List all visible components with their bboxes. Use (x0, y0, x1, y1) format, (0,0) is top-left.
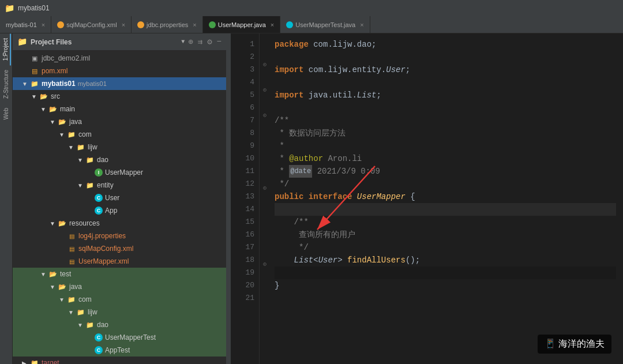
main-area: 1:Project Z-Structure Web 📁 Project File… (0, 33, 623, 364)
folder-name: com (78, 295, 92, 303)
list-item[interactable]: ▼ 📂 main (13, 103, 226, 115)
file-tree-panel: 📁 Project Files ▼ ⊕ ⇉ ⚙ − ▣ jdbc_demo2.i… (13, 33, 226, 364)
code-line: * @author Aron.li (275, 152, 616, 165)
folder-icon: 📂 (39, 92, 48, 101)
file-tree: ▣ jdbc_demo2.iml ▤ pom.xml ▼ 📁 mybatis01… (13, 51, 226, 364)
code-line: * 数据访问层方法 (275, 127, 616, 140)
file-name: AppTest (105, 346, 130, 354)
folder-name: test (60, 270, 71, 278)
list-item[interactable]: ▼ 📁 entity (13, 179, 226, 192)
title-bar: 📁 mybatis01 (0, 0, 623, 16)
list-item[interactable]: ▤ log4j.properties (13, 230, 226, 242)
code-line: package com.lijw.dao; (275, 38, 616, 51)
list-item[interactable]: ▤ pom.xml (13, 65, 226, 77)
settings-icon[interactable]: ⚙ (207, 37, 212, 47)
sidebar-tab-web[interactable]: Web (2, 103, 10, 124)
code-editor: 1 2 3 4 5 6 7 8 9 10 11 12 13 14 15 16 1… (231, 33, 623, 364)
code-line: } (275, 279, 616, 292)
list-item[interactable]: ▼ 📁 lijw (13, 306, 226, 318)
list-item[interactable]: ▼ 📁 com (13, 128, 226, 141)
list-item[interactable]: ▼ 📁 dao (13, 318, 226, 331)
panel-header: 📁 Project Files ▼ ⊕ ⇉ ⚙ − (13, 33, 226, 51)
tab-sqlmapconfig[interactable]: sqlMapConfig.xml × (51, 16, 132, 33)
folder-icon: 📂 (58, 282, 67, 291)
watermark-icon: 📱 (545, 339, 556, 348)
tab-close-icon[interactable]: × (42, 21, 45, 28)
list-item[interactable]: C App (13, 204, 226, 217)
folder-name: target (42, 359, 59, 364)
list-item[interactable]: C User (13, 192, 226, 204)
code-line (275, 267, 616, 279)
folder-icon: 📁 (76, 307, 85, 317)
code-line (275, 76, 616, 89)
folder-icon: 📂 (48, 104, 58, 114)
list-item[interactable]: ▤ UserMapper.xml (13, 255, 226, 268)
list-item[interactable]: ▼ 📂 test (13, 268, 226, 280)
list-item[interactable]: ▼ 📂 java (13, 280, 226, 293)
locate-icon[interactable]: ⊕ (188, 37, 193, 47)
xml-icon: ▤ (30, 66, 39, 76)
code-line: */ (275, 241, 616, 254)
minimize-icon[interactable]: − (217, 37, 222, 47)
list-item[interactable]: ▼ 📁 dao (13, 153, 226, 166)
file-name: sqlMapConfig.xml (78, 245, 133, 253)
code-content[interactable]: package com.lijw.dao; import com.lijw.en… (268, 33, 623, 364)
editor-wrapper: 1 2 3 4 5 6 7 8 9 10 11 12 13 14 15 16 1… (231, 33, 623, 364)
folder-icon: 📁 (30, 79, 39, 88)
folder-icon: 📁 (30, 358, 39, 364)
folder-icon: 📁 (85, 181, 95, 190)
project-icon: 📁 (5, 3, 14, 13)
folder-name: entity (97, 181, 114, 189)
folder-name: resources (69, 219, 100, 227)
dropdown-arrow[interactable]: ▼ (181, 39, 185, 45)
tab-close-icon[interactable]: × (122, 21, 125, 28)
tab-file-icon (286, 21, 293, 28)
project-title: mybatis01 (18, 4, 50, 12)
list-item[interactable]: C AppTest (13, 344, 226, 357)
tab-usermapper[interactable]: UserMapper.java × (203, 16, 281, 33)
tab-close-icon[interactable]: × (193, 21, 196, 28)
folder-name: lijw (88, 143, 97, 151)
code-line: /** (275, 114, 616, 127)
file-name: pom.xml (42, 67, 67, 75)
list-item[interactable]: ▤ sqlMapConfig.xml (13, 242, 226, 255)
panel-scrollbar[interactable] (226, 33, 231, 364)
file-name: UserMapperTest (105, 333, 156, 342)
list-item[interactable]: I UserMapper (13, 166, 226, 179)
list-item[interactable]: ▼ 📁 com (13, 293, 226, 306)
testclass-icon: C (95, 346, 103, 354)
tab-jdbc[interactable]: jdbc.properties × (132, 16, 203, 33)
tab-mybatis01[interactable]: mybatis-01 × (0, 16, 51, 33)
list-item[interactable]: C UserMapperTest (13, 331, 226, 344)
tab-close-icon[interactable]: × (271, 21, 274, 28)
folder-name: dao (97, 321, 108, 329)
file-name: log4j.properties (78, 232, 126, 240)
code-line: */ (275, 178, 616, 190)
list-item[interactable]: ▶ 📁 target (13, 357, 226, 364)
list-item[interactable]: ▼ 📂 java (13, 115, 226, 128)
code-line: import com.lijw.entity.User; (275, 63, 616, 76)
iml-icon: ▣ (30, 54, 39, 63)
sidebar-tab-structure[interactable]: Z-Structure (2, 65, 10, 103)
list-item[interactable]: ▼ 📁 mybatis01 mybatis01 (13, 77, 226, 90)
class-icon: C (95, 194, 103, 202)
list-item[interactable]: ▼ 📁 lijw (13, 141, 226, 153)
list-item[interactable]: ▣ jdbc_demo2.iml (13, 52, 226, 65)
tab-usermappertest[interactable]: UserMapperTest.java × (280, 16, 370, 33)
testclass-icon: C (95, 333, 103, 342)
list-item[interactable]: ▼ 📂 resources (13, 217, 226, 230)
list-item[interactable]: ▼ 📂 src (13, 90, 226, 103)
code-line: * @date 2021/3/9 0:09 (275, 165, 616, 178)
tab-label: sqlMapConfig.xml (66, 21, 117, 28)
xml-icon: ▤ (67, 257, 76, 266)
sidebar-vertical-tabs: 1:Project Z-Structure Web (0, 33, 13, 364)
tab-close-icon[interactable]: × (360, 21, 363, 28)
folder-icon: 📁 (85, 320, 95, 329)
module-label: mybatis01 (78, 80, 107, 87)
collapse-icon[interactable]: ⇉ (198, 37, 202, 47)
panel-title: Project Files (31, 38, 178, 46)
sidebar-tab-project[interactable]: 1:Project (1, 33, 11, 65)
folder-name: mybatis01 (42, 80, 76, 88)
folder-name: lijw (88, 308, 97, 316)
class-icon: C (95, 207, 103, 215)
